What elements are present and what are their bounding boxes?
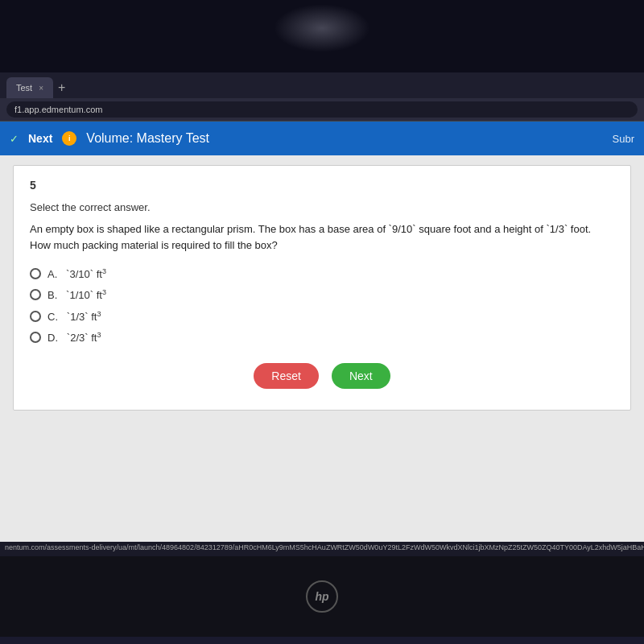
option-b-label: B. `1/10` ft3 <box>47 288 106 301</box>
options-list: A. `3/10` ft3 B. `1/10` ft3 C. `1/3` ft3… <box>30 267 614 344</box>
option-d-label: D. `2/3` ft3 <box>47 331 101 344</box>
next-button[interactable]: Next <box>332 363 390 389</box>
tab-bar: Test × + <box>0 72 644 98</box>
option-a-label: A. `3/10` ft3 <box>47 267 106 280</box>
address-bar <box>0 98 644 121</box>
button-row: Reset Next <box>30 363 614 389</box>
radio-b[interactable] <box>30 289 41 300</box>
header-next-button[interactable]: Next <box>28 132 52 145</box>
tab-close-icon[interactable]: × <box>39 84 43 93</box>
page-title: Volume: Mastery Test <box>86 131 602 146</box>
info-icon: i <box>62 131 76 146</box>
tab-title: Test <box>16 83 32 93</box>
radio-c[interactable] <box>30 311 41 322</box>
instruction-text: Select the correct answer. <box>30 201 614 213</box>
status-bar: nentum.com/assessments-delivery/ua/mt/la… <box>0 542 644 556</box>
app-header: ✓ Next i Volume: Mastery Test Subr <box>0 122 644 155</box>
radio-d[interactable] <box>30 332 41 343</box>
top-dark-area <box>0 0 644 72</box>
question-body: An empty box is shaped like a rectangula… <box>30 221 614 253</box>
main-content: 5 Select the correct answer. An empty bo… <box>0 155 644 542</box>
status-url: nentum.com/assessments-delivery/ua/mt/la… <box>5 543 644 551</box>
browser-tab[interactable]: Test × <box>6 77 53 98</box>
option-a[interactable]: A. `3/10` ft3 <box>30 267 614 280</box>
question-card: 5 Select the correct answer. An empty bo… <box>13 165 631 411</box>
option-c[interactable]: C. `1/3` ft3 <box>30 310 614 323</box>
reset-button[interactable]: Reset <box>254 363 319 389</box>
new-tab-icon[interactable]: + <box>58 80 65 95</box>
option-d[interactable]: D. `2/3` ft3 <box>30 331 614 344</box>
browser-chrome: Test × + <box>0 72 644 122</box>
radio-a[interactable] <box>30 268 41 279</box>
hp-logo: hp <box>306 580 338 613</box>
address-input[interactable] <box>6 101 638 118</box>
checkmark-icon: ✓ <box>10 133 19 145</box>
option-c-label: C. `1/3` ft3 <box>47 310 101 323</box>
option-b[interactable]: B. `1/10` ft3 <box>30 288 614 301</box>
question-number: 5 <box>30 179 614 192</box>
bottom-dark-area: hp <box>0 556 644 637</box>
submit-label: Subr <box>613 133 634 145</box>
light-reflection <box>274 4 370 52</box>
